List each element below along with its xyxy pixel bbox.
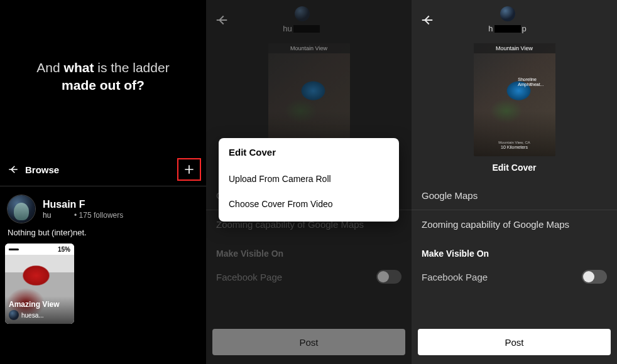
back-icon[interactable] xyxy=(215,13,229,27)
avatar xyxy=(8,195,35,223)
edit-cover-button[interactable]: Edit Cover xyxy=(412,163,617,173)
progress-bar-icon xyxy=(9,249,19,250)
profile-bio: Nothing but (inter)net. xyxy=(0,228,206,244)
redacted xyxy=(85,201,112,208)
video-caption: And what is the ladder made out of? xyxy=(36,59,169,95)
top-avatar-icon xyxy=(295,6,310,21)
card-title: Amazing View xyxy=(9,300,70,309)
handle-visible: hu xyxy=(43,211,51,220)
redacted xyxy=(51,212,70,218)
followers-count: 175 followers xyxy=(79,211,124,220)
upload-camera-roll-option[interactable]: Upload From Camera Roll xyxy=(229,166,389,191)
handle-prefix: hu xyxy=(283,24,292,33)
top-center: hu xyxy=(215,6,389,33)
post-button[interactable]: Post xyxy=(212,329,405,355)
redacted xyxy=(293,25,320,33)
cover-pins: ShorelineAmphitheat... xyxy=(518,77,543,87)
cover-banner: Mountain View xyxy=(474,43,555,53)
panel-browse: And what is the ladder made out of? Brow… xyxy=(0,0,206,364)
cover-banner: Mountain View xyxy=(268,43,350,53)
cover-preview[interactable]: Mountain View ShorelineAmphitheat... Mou… xyxy=(474,43,555,156)
facebook-toggle[interactable] xyxy=(582,270,607,284)
browse-bar: Browse xyxy=(0,153,206,186)
choose-from-video-option[interactable]: Choose Cover From Video xyxy=(229,191,389,217)
progress-percent: 15% xyxy=(58,246,70,253)
facebook-page-label: Facebook Page xyxy=(422,272,488,282)
panel-compose: hp Mountain View ShorelineAmphitheat... … xyxy=(412,0,617,364)
caption-bold2: made out of? xyxy=(62,78,145,92)
top-avatar-icon xyxy=(500,6,515,21)
profile-name-visible: Husain F xyxy=(43,199,85,210)
topbar: hu xyxy=(206,0,412,37)
profile-header[interactable]: Husain F hu • 175 followers xyxy=(0,186,206,228)
make-visible-header: Make Visible On xyxy=(412,238,617,264)
card-author-name: huesa... xyxy=(21,312,44,319)
caption-bold1: what xyxy=(64,60,94,75)
edit-cover-sheet: Edit Cover Upload From Camera Roll Choos… xyxy=(219,138,399,222)
facebook-page-row: Facebook Page xyxy=(206,264,412,294)
video-card[interactable]: 15% Amazing View huesa... xyxy=(5,244,74,324)
post-button[interactable]: Post xyxy=(418,329,611,355)
back-icon[interactable] xyxy=(420,13,434,27)
profile-info: Husain F hu • 175 followers xyxy=(43,199,123,220)
handle-prefix: h xyxy=(488,24,493,33)
topbar: hp xyxy=(412,0,617,37)
top-handle: hu xyxy=(283,24,320,33)
add-button[interactable] xyxy=(177,158,201,181)
caption-part1: And xyxy=(36,60,63,75)
facebook-page-label: Facebook Page xyxy=(216,272,282,282)
profile-subline: hu • 175 followers xyxy=(43,211,123,220)
top-handle: hp xyxy=(488,24,526,33)
cover-scale-label: 10 Kilometers xyxy=(474,145,555,149)
browse-label: Browse xyxy=(25,164,59,175)
mini-avatar-icon xyxy=(9,310,19,320)
video-preview[interactable]: And what is the ladder made out of? xyxy=(0,0,206,153)
top-center: hp xyxy=(420,6,594,33)
caption-part2: is the ladder xyxy=(94,60,169,75)
arrow-left-icon xyxy=(8,164,19,175)
post-label: Post xyxy=(505,337,523,348)
panel-edit-cover-sheet: hu Mountain View 10 Kilometers Edit Cove… xyxy=(206,0,412,364)
facebook-page-row: Facebook Page xyxy=(412,264,617,294)
card-progress: 15% xyxy=(5,244,74,255)
title-field[interactable]: Google Maps xyxy=(412,181,617,210)
cover-footer: Mountain View, CA 10 Kilometers xyxy=(474,140,555,150)
description-field[interactable]: Zooming capability of Google Maps xyxy=(412,210,617,238)
plus-icon xyxy=(183,163,195,176)
sheet-title: Edit Cover xyxy=(229,147,389,158)
post-label: Post xyxy=(299,337,318,348)
handle-suffix: p xyxy=(522,24,527,33)
card-overlay: Amazing View huesa... xyxy=(5,296,74,324)
facebook-toggle[interactable] xyxy=(376,270,401,284)
make-visible-header: Make Visible On xyxy=(206,238,412,264)
browse-back[interactable]: Browse xyxy=(8,164,59,175)
card-author: huesa... xyxy=(9,310,70,320)
redacted xyxy=(494,25,521,33)
profile-name: Husain F xyxy=(43,199,123,210)
